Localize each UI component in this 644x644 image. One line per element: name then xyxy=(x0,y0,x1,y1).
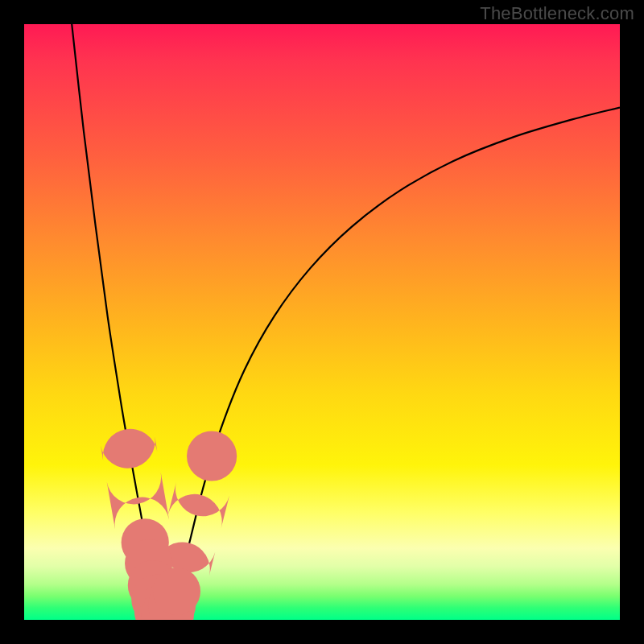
chart-svg xyxy=(24,24,620,620)
outer-frame: TheBottleneck.com xyxy=(0,0,644,644)
marker-dot xyxy=(187,431,237,481)
curve-right-branch xyxy=(164,108,620,619)
marker-pill xyxy=(101,429,157,469)
marker-dot xyxy=(153,568,200,615)
marker-group xyxy=(101,429,237,620)
watermark-text: TheBottleneck.com xyxy=(480,3,634,24)
plot-area xyxy=(24,24,620,620)
marker-pill xyxy=(168,482,229,529)
